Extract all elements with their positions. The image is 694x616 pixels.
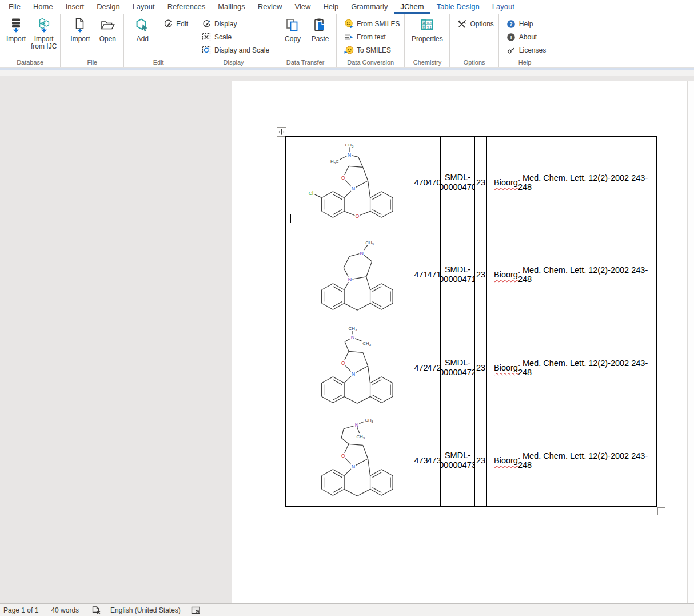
help-label: Help (519, 20, 533, 28)
misspelled-word: Bioorg (494, 270, 518, 279)
structure-cell[interactable]: NNCH3 (286, 228, 414, 321)
table-cell-refcount[interactable]: 23 (475, 228, 487, 321)
edit-pencil-icon (163, 19, 173, 29)
word-count[interactable]: 40 words (51, 606, 79, 614)
file-import-button[interactable]: Import (67, 15, 93, 59)
tab-mailings[interactable]: Mailings (212, 0, 252, 14)
help-button[interactable]: ? Help (504, 17, 548, 30)
ribbon-group-file: Import Open File (61, 14, 124, 67)
display-refresh-icon (201, 19, 212, 29)
from-smiles-button[interactable]: From SMILES (341, 17, 402, 30)
vertical-scrollbar[interactable] (687, 81, 694, 603)
table-cell-refcount[interactable]: 23 (475, 414, 487, 507)
accessibility-checker-icon[interactable] (191, 606, 201, 615)
molecule-structure-471: NNCH3 (286, 230, 414, 319)
structure-cell[interactable]: ONNCH3CH3 (286, 321, 414, 414)
edit-structure-button[interactable]: Edit (161, 17, 190, 30)
structure-cell[interactable]: ONNCH3CH3 (286, 414, 414, 507)
display-label: Display (214, 20, 237, 28)
to-smiles-label: To SMILES (357, 46, 391, 54)
table-resize-handle[interactable] (657, 507, 665, 515)
svg-text:N: N (347, 152, 350, 157)
svg-text:3.1: 3.1 (427, 26, 432, 29)
scale-button[interactable]: Scale (199, 30, 272, 43)
misspelled-word: Bioorg (494, 178, 518, 187)
key-icon (506, 45, 516, 55)
language-indicator[interactable]: English (United States) (110, 606, 181, 614)
from-smiles-label: From SMILES (357, 20, 400, 28)
svg-text:O: O (341, 175, 345, 181)
add-structure-button[interactable]: Add (130, 15, 155, 59)
structure-cell[interactable]: ONONCH3H3CCl (286, 137, 414, 228)
properties-label: Properties (412, 35, 443, 43)
from-text-button[interactable]: From text (341, 30, 402, 43)
properties-button[interactable]: a0.4x3.1 Properties (409, 15, 445, 59)
group-label-database: Database (0, 59, 60, 67)
svg-text:?: ? (509, 21, 513, 27)
proofing-errors-icon[interactable] (91, 606, 101, 615)
tab-grammarly[interactable]: Grammarly (345, 0, 394, 14)
file-open-button[interactable]: Open (95, 15, 120, 59)
tab-view[interactable]: View (288, 0, 317, 14)
paste-label: Paste (312, 35, 329, 43)
paste-button[interactable]: Paste (308, 15, 333, 59)
molecule-structure-470: ONONCH3H3CCl (286, 138, 414, 227)
table-cell-smdl[interactable]: SMDL-00000470 (441, 137, 475, 228)
table-cell-id1[interactable]: 473 (414, 414, 428, 507)
tab-table-layout[interactable]: Layout (486, 0, 521, 14)
display-button[interactable]: Display (199, 17, 272, 30)
page-indicator[interactable]: Page 1 of 1 (3, 606, 38, 614)
table-cell-smdl[interactable]: SMDL-00000472 (441, 321, 475, 414)
svg-text:N: N (351, 186, 354, 192)
table-cell-id2[interactable]: 470 (428, 137, 441, 228)
tab-file[interactable]: File (2, 0, 27, 14)
table-cell-citation[interactable]: Bioorg. Med. Chem. Lett. 12(2)-2002 243-… (487, 321, 657, 414)
options-button[interactable]: Options (454, 17, 496, 30)
table-cell-id2[interactable]: 472 (428, 321, 441, 414)
table-cell-id2[interactable]: 471 (428, 228, 441, 321)
table-cell-id1[interactable]: 470 (414, 137, 428, 228)
text-lines-arrow-icon (344, 32, 354, 42)
tab-layout[interactable]: Layout (126, 0, 161, 14)
table-cell-id1[interactable]: 471 (414, 228, 428, 321)
table-cell-citation[interactable]: Bioorg. Med. Chem. Lett. 12(2)-2002 243-… (487, 414, 657, 507)
table-cell-refcount[interactable]: 23 (475, 137, 487, 228)
table-cell-id1[interactable]: 472 (414, 321, 428, 414)
table-cell-smdl[interactable]: SMDL-00000471 (441, 228, 475, 321)
tab-help[interactable]: Help (317, 0, 345, 14)
copy-button[interactable]: Copy (280, 15, 305, 59)
tab-table-design[interactable]: Table Design (430, 0, 486, 14)
svg-text:N: N (351, 464, 354, 470)
table-cell-id2[interactable]: 473 (428, 414, 441, 507)
group-label-help: Help (499, 59, 551, 67)
svg-text:i: i (510, 34, 512, 40)
database-import-button[interactable]: Import (3, 15, 29, 59)
table-move-handle[interactable] (277, 127, 286, 137)
licenses-button[interactable]: Licenses (504, 43, 548, 57)
text-cursor (290, 214, 291, 223)
tab-review[interactable]: Review (252, 0, 289, 14)
table-cell-citation[interactable]: Bioorg. Med. Chem. Lett. 12(2)-2002 243-… (487, 137, 657, 228)
tab-jchem[interactable]: JChem (394, 0, 430, 14)
ribbon-group-edit: Add Edit Edit (124, 14, 193, 67)
ribbon-group-display: Display Scale Display and Scale (193, 14, 274, 67)
scale-selection-icon (201, 32, 212, 42)
group-label-display: Display (193, 59, 274, 67)
licenses-label: Licenses (519, 46, 546, 54)
tools-icon (457, 19, 467, 29)
to-smiles-button[interactable]: To SMILES (341, 43, 402, 57)
table-cell-smdl[interactable]: SMDL-00000473 (441, 414, 475, 507)
import-from-ijc-button[interactable]: Importfrom IJC (31, 15, 57, 59)
tab-references[interactable]: References (161, 0, 212, 14)
about-button[interactable]: i About (504, 30, 548, 43)
tab-design[interactable]: Design (90, 0, 126, 14)
table-cell-refcount[interactable]: 23 (475, 321, 487, 414)
add-label: Add (137, 35, 149, 43)
ribbon-group-data-conversion: From SMILES From text To SMILES (337, 14, 405, 67)
tab-insert[interactable]: Insert (59, 0, 91, 14)
tab-home[interactable]: Home (27, 0, 59, 14)
display-and-scale-label: Display and Scale (214, 46, 269, 54)
table-cell-citation[interactable]: Bioorg. Med. Chem. Lett. 12(2)-2002 243-… (487, 228, 657, 321)
display-and-scale-button[interactable]: Display and Scale (199, 43, 272, 57)
word-window: File Home Insert Design Layout Reference… (0, 0, 694, 616)
